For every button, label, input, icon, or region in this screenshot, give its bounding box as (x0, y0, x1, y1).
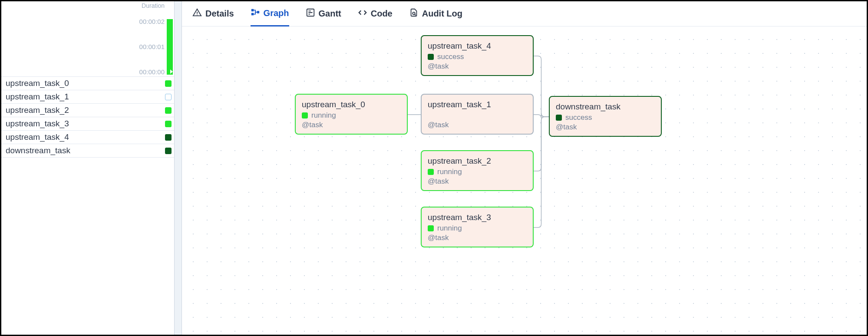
node-status-label: running (437, 224, 462, 233)
edge-upstream_task_1-to-downstream_task (534, 113, 549, 118)
svg-point-5 (413, 12, 415, 15)
task-row-upstream_task_0[interactable]: upstream_task_0 (1, 77, 174, 90)
task-row-upstream_task_4[interactable]: upstream_task_4 (1, 131, 174, 144)
task-list: upstream_task_0upstream_task_1upstream_t… (1, 77, 174, 158)
graph-node-upstream_task_1[interactable]: upstream_task_1@task (421, 94, 534, 135)
status-square-icon (165, 148, 172, 154)
node-decorator: @task (428, 121, 527, 129)
status-dot-icon (428, 54, 434, 60)
node-decorator: @task (302, 121, 401, 129)
node-title: upstream_task_1 (428, 100, 527, 109)
tab-label: Code (371, 9, 393, 19)
node-status-label: running (437, 168, 462, 176)
status-dot-icon (428, 225, 434, 231)
duration-tick: 00:00:02 (139, 18, 165, 25)
edge-upstream_task_2-to-downstream_task (534, 117, 549, 171)
status-dot-icon (556, 115, 562, 121)
graph-node-downstream_task[interactable]: downstream_tasksuccess@task (549, 96, 662, 137)
status-square-icon (165, 121, 172, 127)
task-row-upstream_task_1[interactable]: upstream_task_1 (1, 90, 174, 104)
status-dot-icon (302, 112, 308, 119)
status-dot-icon (428, 169, 434, 175)
task-row-label: upstream_task_3 (6, 119, 69, 128)
graph-node-upstream_task_0[interactable]: upstream_task_0running@task (295, 94, 408, 135)
duration-bar (167, 19, 173, 75)
tab-label: Details (205, 9, 234, 19)
play-indicator-icon (170, 69, 173, 74)
node-status: running (428, 224, 527, 233)
task-row-label: downstream_task (6, 146, 70, 155)
duration-chart: Duration 00:00:02 00:00:01 00:00:00 (1, 1, 174, 77)
node-status: running (428, 168, 527, 176)
status-square-icon (165, 80, 172, 87)
tab-details[interactable]: Details (192, 8, 234, 26)
task-row-downstream_task[interactable]: downstream_task (1, 144, 174, 158)
node-title: upstream_task_4 (428, 41, 527, 51)
main-pane: DetailsGraphGanttCodeAudit Log upstream_… (182, 1, 867, 335)
node-status: success (556, 113, 655, 122)
details-icon (192, 8, 202, 20)
graph-node-upstream_task_3[interactable]: upstream_task_3running@task (421, 207, 534, 247)
task-row-upstream_task_2[interactable]: upstream_task_2 (1, 104, 174, 117)
tab-label: Gantt (319, 9, 341, 19)
tabs: DetailsGraphGanttCodeAudit Log (182, 1, 867, 26)
node-title: upstream_task_0 (302, 100, 401, 109)
node-title: upstream_task_2 (428, 156, 527, 166)
node-decorator: @task (428, 177, 527, 186)
node-decorator: @task (428, 234, 527, 242)
status-square-icon (165, 107, 172, 114)
tab-label: Graph (264, 8, 289, 18)
pane-divider[interactable] (174, 1, 182, 335)
task-row-upstream_task_3[interactable]: upstream_task_3 (1, 117, 174, 131)
gantt-icon (306, 8, 315, 20)
svg-rect-2 (251, 13, 254, 16)
graph-node-upstream_task_4[interactable]: upstream_task_4success@task (421, 35, 534, 76)
status-square-icon (165, 134, 172, 141)
task-row-label: upstream_task_1 (6, 92, 69, 102)
node-status: running (302, 111, 401, 120)
tab-code[interactable]: Code (358, 8, 393, 26)
code-icon (358, 8, 367, 20)
tab-gantt[interactable]: Gantt (306, 8, 341, 26)
tab-graph[interactable]: Graph (251, 7, 289, 26)
node-title: upstream_task_3 (428, 213, 527, 222)
graph-node-upstream_task_2[interactable]: upstream_task_2running@task (421, 150, 534, 191)
svg-point-0 (197, 14, 198, 15)
sidebar: Duration 00:00:02 00:00:01 00:00:00 upst… (1, 1, 174, 335)
node-status (428, 111, 527, 120)
node-decorator: @task (428, 62, 527, 71)
node-status: success (428, 53, 527, 61)
edge-upstream_task_4-to-downstream_task (534, 56, 549, 117)
node-status-label: success (437, 53, 464, 61)
auditlog-icon (409, 8, 419, 20)
tab-auditlog[interactable]: Audit Log (409, 8, 462, 26)
node-status-label: running (311, 111, 336, 120)
node-decorator: @task (556, 123, 655, 132)
edge-upstream_task_3-to-downstream_task (534, 117, 549, 227)
graph-canvas[interactable]: upstream_task_4success@taskupstream_task… (182, 26, 867, 335)
node-status-label: success (565, 113, 592, 122)
svg-rect-3 (257, 11, 259, 13)
duration-tick: 00:00:01 (139, 43, 165, 50)
node-title: downstream_task (556, 102, 655, 112)
duration-label: Duration (142, 2, 165, 9)
graph-icon (251, 7, 260, 19)
duration-tick: 00:00:00 (139, 68, 165, 76)
tab-label: Audit Log (422, 9, 462, 19)
status-square-icon (165, 94, 172, 100)
svg-rect-1 (251, 9, 254, 12)
task-row-label: upstream_task_4 (6, 132, 69, 142)
task-row-label: upstream_task_0 (6, 79, 69, 88)
task-row-label: upstream_task_2 (6, 105, 69, 115)
